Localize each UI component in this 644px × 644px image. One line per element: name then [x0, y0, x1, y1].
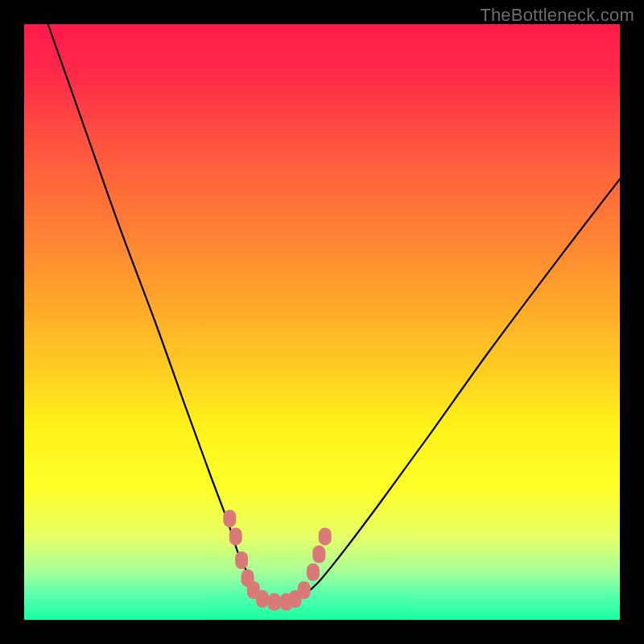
curve-layer — [24, 24, 620, 620]
curve-marker — [268, 593, 281, 611]
curve-marker — [229, 527, 242, 545]
plot-area — [24, 24, 620, 620]
curve-marker — [312, 546, 325, 564]
curve-marker — [319, 527, 332, 545]
curve-marker — [298, 581, 311, 599]
marker-group — [223, 510, 331, 611]
watermark-text: TheBottleneck.com — [480, 5, 634, 26]
bottleneck-curve — [48, 24, 620, 603]
curve-marker — [307, 564, 320, 581]
outer-frame: TheBottleneck.com — [0, 0, 644, 644]
curve-marker — [223, 510, 236, 527]
curve-marker — [256, 590, 269, 608]
curve-marker — [235, 551, 248, 569]
